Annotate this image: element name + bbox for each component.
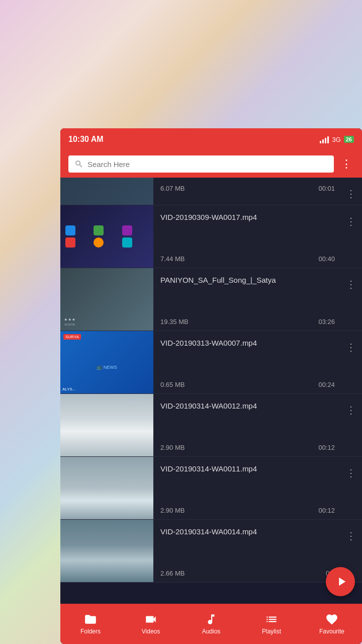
video-meta: 0.65 MB 00:24 — [160, 381, 335, 388]
video-title: VID-20190313-WA0007.mp4 — [160, 338, 335, 348]
item-more-icon[interactable]: ⋮ — [340, 273, 362, 295]
video-title: VID-20190314-WA0014.mp4 — [160, 527, 335, 537]
nav-label-playlist: Playlist — [262, 628, 281, 635]
play-fab-icon — [334, 575, 348, 589]
nav-item-favourite[interactable]: Favourite — [302, 604, 362, 644]
video-info: 6.07 MB 00:01 — [153, 178, 340, 205]
video-duration: 00:01 — [318, 185, 335, 192]
video-info: VID-20190314-WA0011.mp4 2.90 MB 00:12 — [153, 457, 340, 519]
more-options-icon[interactable]: ⋮ — [339, 155, 354, 173]
video-info: PANIYON_SA_Full_Song_|_Satya 19.35 MB 03… — [153, 268, 340, 331]
video-thumbnail: SURYA 📺 NEWS ALYS... — [60, 331, 153, 393]
video-thumbnail: ● ● ● scene — [60, 268, 153, 331]
video-thumbnail — [60, 457, 153, 519]
battery-indicator: 26 — [344, 136, 354, 143]
nav-label-audios: Audios — [202, 628, 221, 635]
item-more-icon[interactable]: ⋮ — [340, 399, 362, 421]
video-size: 6.07 MB — [160, 185, 185, 192]
item-more-icon[interactable]: ⋮ — [340, 336, 362, 358]
nav-label-favourite: Favourite — [319, 628, 344, 635]
video-meta: 7.44 MB 00:40 — [160, 255, 335, 263]
video-thumbnail — [60, 520, 153, 582]
item-more-icon[interactable]: ⋮ — [340, 525, 362, 547]
list-item[interactable]: VID-20190314-WA0012.mp4 2.90 MB 00:12 ⋮ — [60, 394, 362, 457]
video-meta: 6.07 MB 00:01 — [160, 185, 335, 192]
search-bar: ⋮ — [60, 150, 362, 178]
video-title: VID-20190314-WA0012.mp4 — [160, 401, 335, 411]
nav-item-audios[interactable]: Audios — [181, 604, 241, 644]
app-container: 10:30 AM 3G 26 ⋮ 6.0 — [60, 128, 362, 644]
list-item[interactable]: VID-20190309-WA0017.mp4 7.44 MB 00:40 ⋮ — [60, 205, 362, 268]
video-info: VID-20190314-WA0012.mp4 2.90 MB 00:12 — [153, 394, 340, 456]
video-size: 7.44 MB — [160, 255, 185, 263]
nav-item-folders[interactable]: Folders — [60, 604, 121, 644]
video-size: 2.90 MB — [160, 444, 185, 451]
nav-item-playlist[interactable]: Playlist — [241, 604, 302, 644]
heart-icon — [325, 613, 338, 626]
video-meta: 2.90 MB 00:12 — [160, 507, 335, 514]
video-info: VID-20190309-WA0017.mp4 7.44 MB 00:40 — [153, 205, 340, 268]
video-size: 2.90 MB — [160, 507, 185, 514]
search-icon — [74, 159, 83, 169]
status-icons: 3G 26 — [320, 135, 354, 143]
video-size: 19.35 MB — [160, 318, 189, 326]
search-input-wrapper[interactable] — [68, 155, 334, 173]
play-fab[interactable] — [326, 567, 355, 596]
video-thumbnail — [60, 394, 153, 456]
video-thumbnail — [60, 178, 153, 205]
video-duration: 03:26 — [318, 318, 335, 326]
video-title: VID-20190309-WA0017.mp4 — [160, 212, 335, 222]
signal-bars-icon — [320, 135, 329, 143]
playlist-icon — [265, 613, 278, 626]
video-thumbnail — [60, 205, 153, 268]
nav-label-folders: Folders — [80, 628, 101, 635]
status-time: 10:30 AM — [68, 135, 104, 144]
video-size: 0.65 MB — [160, 381, 185, 388]
video-size: 2.66 MB — [160, 570, 185, 577]
video-duration: 00:12 — [318, 444, 335, 451]
video-meta: 2.90 MB 00:12 — [160, 444, 335, 451]
bottom-nav: Folders Videos Audios Playlist Favourite — [60, 604, 362, 644]
list-item[interactable]: SURYA 📺 NEWS ALYS... VID-20190313-WA0007… — [60, 331, 362, 394]
video-meta: 19.35 MB 03:26 — [160, 318, 335, 326]
video-duration: 00:24 — [318, 381, 335, 388]
video-list: 6.07 MB 00:01 ⋮ — [60, 178, 362, 604]
item-more-icon[interactable]: ⋮ — [340, 210, 362, 232]
nav-item-videos[interactable]: Videos — [121, 604, 181, 644]
nav-label-videos: Videos — [142, 628, 160, 635]
video-info: VID-20190314-WA0014.mp4 2.66 MB 00: — [153, 520, 340, 582]
video-duration: 00:40 — [318, 255, 335, 263]
item-more-icon[interactable]: ⋮ — [340, 462, 362, 484]
video-title: VID-20190314-WA0011.mp4 — [160, 464, 335, 474]
list-item[interactable]: 6.07 MB 00:01 ⋮ — [60, 178, 362, 205]
search-input[interactable] — [87, 160, 328, 169]
list-item[interactable]: VID-20190314-WA0014.mp4 2.66 MB 00: ⋮ — [60, 520, 362, 583]
list-item[interactable]: ● ● ● scene PANIYON_SA_Full_Song_|_Satya… — [60, 268, 362, 331]
audio-icon — [205, 613, 218, 626]
video-duration: 00:12 — [318, 507, 335, 514]
item-more-icon[interactable]: ⋮ — [340, 183, 362, 205]
video-info: VID-20190313-WA0007.mp4 0.65 MB 00:24 — [153, 331, 340, 393]
video-title: PANIYON_SA_Full_Song_|_Satya — [160, 275, 335, 285]
folder-icon — [84, 613, 97, 626]
status-bar: 10:30 AM 3G 26 — [60, 128, 362, 150]
video-icon — [144, 613, 157, 626]
network-type: 3G — [332, 136, 340, 143]
video-meta: 2.66 MB 00: — [160, 570, 335, 577]
list-item[interactable]: VID-20190314-WA0011.mp4 2.90 MB 00:12 ⋮ — [60, 457, 362, 520]
